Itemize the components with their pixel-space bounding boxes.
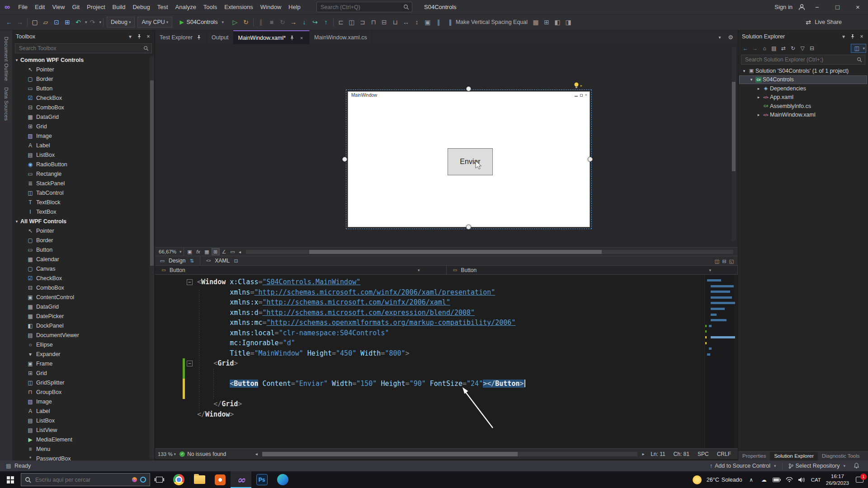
toolbox-item-combobox[interactable]: ⊟ComboBox bbox=[12, 283, 155, 292]
toolbox-item-radiobutton[interactable]: ◉RadioButton bbox=[12, 160, 155, 169]
maximize-button[interactable]: □ bbox=[827, 0, 848, 14]
resize-handle-bottom[interactable] bbox=[466, 225, 471, 230]
taskbar-app-edge[interactable] bbox=[272, 471, 293, 488]
expand-arrow-icon[interactable]: ▸ bbox=[755, 95, 762, 99]
new-file-icon[interactable]: ▢ bbox=[29, 17, 40, 28]
stop-icon[interactable]: ■ bbox=[266, 17, 277, 28]
menu-tools[interactable]: Tools bbox=[200, 4, 221, 10]
live-share-button[interactable]: ⇄ Live Share bbox=[805, 17, 842, 28]
expand-pane-icon[interactable]: ◱ bbox=[728, 258, 735, 265]
step-into-icon[interactable]: ↓ bbox=[299, 17, 310, 28]
menu-file[interactable]: File bbox=[14, 4, 31, 10]
code-line[interactable] bbox=[155, 369, 738, 379]
toolbox-item-datepicker[interactable]: ▦DatePicker bbox=[12, 311, 155, 321]
code-line[interactable]: mc:Ignorable="d" bbox=[155, 338, 738, 348]
toolbox-search-input[interactable] bbox=[18, 45, 143, 52]
code-line[interactable]: <Button Content="Enviar" Width="150" Hei… bbox=[155, 379, 738, 389]
breadcrumb-right[interactable]: ▭ Button ▾ bbox=[447, 266, 738, 274]
toolbox-item-listbox[interactable]: ▤ListBox bbox=[12, 416, 155, 425]
toolbox-item-stackpanel[interactable]: ≣StackPanel bbox=[12, 178, 155, 188]
step-over-icon[interactable]: ↪ bbox=[310, 17, 321, 28]
spaces-indicator[interactable]: SPC bbox=[693, 451, 713, 457]
design-tab[interactable]: Design bbox=[169, 258, 185, 264]
toolbox-item-textblock[interactable]: TTextBlock bbox=[12, 197, 155, 207]
side-tab-document-outline[interactable]: Document Outline bbox=[4, 37, 9, 81]
weather-temp[interactable]: 26°C bbox=[707, 477, 719, 483]
keyboard-layout[interactable]: CAT bbox=[811, 477, 821, 483]
battery-icon[interactable] bbox=[773, 474, 781, 485]
tool-tab-solution-explorer[interactable]: Solution Explorer bbox=[770, 452, 818, 460]
toolbox-item-grid[interactable]: ⊞Grid bbox=[12, 122, 155, 131]
undo-icon[interactable]: ↶ bbox=[73, 17, 84, 28]
quick-search-box[interactable] bbox=[316, 2, 412, 12]
network-icon[interactable] bbox=[785, 474, 793, 485]
taskbar-search-input[interactable] bbox=[34, 476, 129, 483]
taskbar-app-chrome[interactable] bbox=[168, 471, 189, 488]
toolbox-item-listbox[interactable]: ▤ListBox bbox=[12, 150, 155, 160]
doc-tab-mainwindow-xaml-[interactable]: MainWindow.xaml*× bbox=[233, 30, 310, 44]
resize-handle-left[interactable] bbox=[342, 157, 347, 162]
toolbox-item-calendar[interactable]: ▦Calendar bbox=[12, 254, 155, 264]
eol-indicator[interactable]: CRLF bbox=[713, 451, 735, 457]
fit-selection-icon[interactable]: ▣ bbox=[186, 248, 194, 255]
clock[interactable]: 16:17 26/9/2023 bbox=[826, 473, 849, 487]
close-button[interactable]: × bbox=[848, 0, 868, 14]
bring-to-front-icon[interactable]: ◧ bbox=[552, 17, 563, 28]
cortana-icon[interactable] bbox=[140, 477, 146, 483]
code-line[interactable]: −<Window x:Class="S04Controls.MainWindow… bbox=[155, 277, 738, 287]
split-horizontal-icon[interactable]: ⊟ bbox=[721, 258, 728, 265]
pin-icon[interactable] bbox=[848, 32, 857, 41]
toolbox-search-box[interactable] bbox=[15, 43, 152, 53]
align-middles-icon[interactable]: ⊟ bbox=[379, 17, 390, 28]
resize-handle-top[interactable] bbox=[466, 86, 471, 91]
scroll-right-icon[interactable]: ▸ bbox=[640, 449, 646, 460]
notifications-bell-icon[interactable] bbox=[849, 463, 863, 469]
sign-in-link[interactable]: Sign in bbox=[774, 4, 793, 10]
code-line[interactable]: xmlns:local="clr-namespace:S04Controls" bbox=[155, 328, 738, 338]
save-icon[interactable]: ⊡ bbox=[51, 17, 62, 28]
debug-configuration-dropdown[interactable]: Debug▾ bbox=[107, 17, 135, 28]
align-bottoms-icon[interactable]: ⊔ bbox=[390, 17, 401, 28]
toolbox-item-documentviewer[interactable]: ▤DocumentViewer bbox=[12, 330, 155, 340]
snap-to-grid-icon[interactable]: ⊞ bbox=[212, 248, 220, 255]
toolbox-item-grid[interactable]: ⊞Grid bbox=[12, 368, 155, 378]
toolbox-item-combobox[interactable]: ⊟ComboBox bbox=[12, 103, 155, 112]
toolbox-item-datagrid[interactable]: ▦DataGrid bbox=[12, 112, 155, 122]
code-line[interactable]: − <Grid> bbox=[155, 358, 738, 369]
taskbar-app-orange-app[interactable] bbox=[210, 471, 231, 488]
search-highlight-icon[interactable] bbox=[132, 477, 137, 482]
code-line[interactable]: xmlns:x="http://schemas.microsoft.com/wi… bbox=[155, 297, 738, 308]
solution-view-selector-button[interactable]: ◫▾ bbox=[851, 44, 866, 53]
add-to-source-control-button[interactable]: ↑ Add to Source Control ▾ bbox=[706, 463, 780, 469]
close-icon[interactable]: × bbox=[298, 35, 305, 41]
fold-marker[interactable]: − bbox=[187, 279, 193, 285]
hidden-icons-icon[interactable]: ∧ bbox=[747, 474, 755, 485]
menu-debug[interactable]: Debug bbox=[129, 4, 153, 10]
horizontal-spacing-equal-icon[interactable]: ∥ bbox=[433, 17, 444, 28]
document-list-chevron-icon[interactable]: ▾ bbox=[714, 32, 725, 43]
start-without-debugging-icon[interactable]: ▷ bbox=[230, 17, 241, 28]
toolbox-item-pointer[interactable]: ↖Pointer bbox=[12, 226, 155, 235]
toolbox-item-ellipse[interactable]: ○Ellipse bbox=[12, 340, 155, 349]
menu-view[interactable]: View bbox=[48, 4, 68, 10]
toolbox-item-checkbox[interactable]: ☑CheckBox bbox=[12, 273, 155, 283]
tree-item-solution-s04controls-1-of-1-project-[interactable]: ▾▣Solution 'S04Controls' (1 of 1 project… bbox=[739, 66, 867, 75]
navigate-back-icon[interactable]: ← bbox=[4, 17, 14, 28]
platform-dropdown[interactable]: Any CPU▾ bbox=[137, 17, 172, 28]
pending-changes-icon[interactable]: ▤ bbox=[769, 44, 778, 53]
toolbox-item-tabcontrol[interactable]: ◫TabControl bbox=[12, 188, 155, 197]
scroll-left-icon[interactable]: ◂ bbox=[237, 248, 243, 255]
navigate-forward-icon[interactable]: → bbox=[750, 44, 760, 53]
toolbox-item-mediaelement[interactable]: ▶MediaElement bbox=[12, 435, 155, 444]
tree-item-mainwindow-xaml[interactable]: ▸</>MainWindow.xaml bbox=[739, 111, 867, 120]
toolbox-item-passwordbox[interactable]: *PasswordBox bbox=[12, 454, 155, 460]
navigate-forward-icon[interactable]: → bbox=[14, 17, 25, 28]
xaml-code-editor[interactable]: −<Window x:Class="S04Controls.MainWindow… bbox=[155, 275, 738, 448]
weather-sun-icon[interactable] bbox=[693, 475, 702, 484]
hot-reload-icon[interactable]: ↻ bbox=[241, 17, 251, 28]
expand-arrow-icon[interactable]: ▸ bbox=[755, 86, 762, 91]
collapse-all-icon[interactable]: ⊟ bbox=[807, 44, 816, 53]
popout-icon[interactable]: ⊡ bbox=[232, 257, 240, 264]
code-line[interactable]: </Window> bbox=[155, 409, 738, 420]
toolbox-item-contentcontrol[interactable]: ▣ContentControl bbox=[12, 292, 155, 302]
